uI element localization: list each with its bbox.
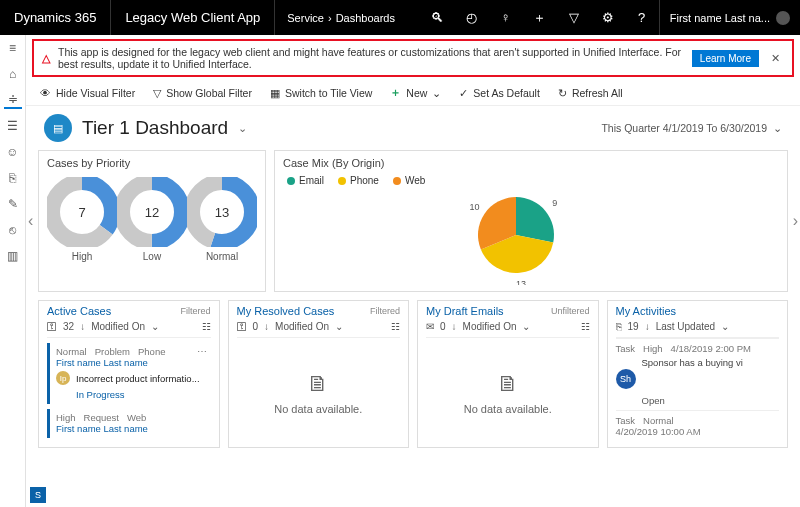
nodata-text: No data available. [464, 403, 552, 415]
legend-item[interactable]: Phone [338, 175, 379, 186]
close-icon[interactable]: ✕ [767, 52, 784, 64]
card-title[interactable]: My Draft Emails [426, 305, 504, 317]
warning-icon: △ [42, 52, 50, 64]
sort-field[interactable]: Modified On [91, 321, 145, 332]
set-default-button[interactable]: ✓Set As Default [459, 87, 540, 99]
crumb-service[interactable]: Service [287, 12, 324, 24]
svg-text:13: 13 [516, 279, 526, 285]
hide-visual-filter-button[interactable]: 👁︎Hide Visual Filter [40, 87, 135, 99]
resolved-cases-card: My Resolved CasesFiltered ⚿0↓Modified On… [228, 300, 410, 448]
chevron-down-icon[interactable]: ⌄ [238, 122, 247, 135]
donut-normal[interactable]: 13 Normal [187, 177, 257, 262]
owner-link[interactable]: First name Last name [56, 357, 207, 368]
page-title[interactable]: Tier 1 Dashboard [82, 117, 228, 139]
tile-icon: ▦ [270, 87, 280, 99]
owner-link[interactable]: First name Last name [56, 423, 207, 434]
filter-status: Unfiltered [551, 306, 590, 316]
funnel-icon: ▽ [153, 87, 161, 99]
arrow-down-icon[interactable]: ↓ [80, 321, 85, 332]
learn-more-button[interactable]: Learn More [692, 50, 759, 67]
eye-off-icon: 👁︎ [40, 87, 51, 99]
activity-item[interactable]: TaskNormal 4/20/2019 10:00 AM [616, 410, 780, 441]
key-icon[interactable]: ⚿ [237, 321, 247, 332]
panel-title: Cases by Priority [47, 157, 257, 169]
show-global-filter-button[interactable]: ▽Show Global Filter [153, 87, 252, 99]
scroll-left-icon[interactable]: ‹ [28, 212, 33, 230]
settings-icon[interactable]: ☷ [581, 321, 590, 332]
alert-text: This app is designed for the legacy web … [58, 46, 684, 70]
filter-status: Filtered [180, 306, 210, 316]
key-icon[interactable]: ⚿ [47, 321, 57, 332]
donut-low[interactable]: 12 Low [117, 177, 187, 262]
menu-icon[interactable]: ≡ [4, 39, 22, 57]
case-item[interactable]: HighRequestWeb First name Last name [47, 409, 211, 438]
refresh-button[interactable]: ↻Refresh All [558, 87, 623, 99]
home-icon[interactable]: ⌂ [4, 65, 22, 83]
breadcrumb[interactable]: Service › Dashboards [275, 0, 407, 35]
settings-icon[interactable]: ☷ [202, 321, 211, 332]
topbar: Dynamics 365 Legacy Web Client App Servi… [0, 0, 800, 35]
crumb-dashboards[interactable]: Dashboards [336, 12, 395, 24]
avatar-icon: Ip [56, 371, 70, 385]
date-range[interactable]: This Quarter 4/1/2019 To 6/30/2019⌄ [601, 122, 782, 134]
users-icon[interactable]: ☺ [4, 143, 22, 161]
activity-item[interactable]: TaskHigh4/18/2019 2:00 PM ShSponsor has … [616, 338, 780, 410]
case-item[interactable]: NormalProblemPhone⋯ First name Last name… [47, 343, 211, 404]
panel-title: Case Mix (By Origin) [283, 157, 779, 169]
activities-card: My Activities ⎘19↓Last Updated⌄ TaskHigh… [607, 300, 789, 448]
list-icon[interactable]: ☰ [4, 117, 22, 135]
draft-emails-card: My Draft EmailsUnfiltered ✉0↓Modified On… [417, 300, 599, 448]
attach-icon[interactable]: ⎋ [4, 221, 22, 239]
svg-text:9: 9 [552, 198, 557, 208]
legend-item[interactable]: Email [287, 175, 324, 186]
legend-item[interactable]: Web [393, 175, 425, 186]
file-icon: 🗎 [497, 371, 519, 397]
mail-icon[interactable]: ✉ [426, 321, 434, 332]
pie-chart[interactable]: 91310 [456, 190, 606, 285]
folder-icon[interactable]: ▥ [4, 247, 22, 265]
scroll-right-icon[interactable]: › [793, 212, 798, 230]
command-bar: 👁︎Hide Visual Filter ▽Show Global Filter… [26, 81, 800, 106]
queue-icon[interactable]: ⎘ [4, 169, 22, 187]
card-title[interactable]: Active Cases [47, 305, 111, 317]
refresh-icon: ↻ [558, 87, 567, 99]
count: 32 [63, 321, 74, 332]
plus-icon[interactable]: ＋ [523, 0, 557, 35]
chevron-right-icon: › [328, 12, 332, 24]
filter-icon[interactable]: ▽ [557, 0, 591, 35]
switch-tile-button[interactable]: ▦Switch to Tile View [270, 87, 372, 99]
check-icon: ✓ [459, 87, 468, 99]
avatar-icon: Sh [616, 369, 636, 389]
clock-icon[interactable]: ◴ [455, 0, 489, 35]
plus-icon: ＋ [390, 86, 401, 100]
status-link[interactable]: In Progress [76, 389, 207, 400]
gear-icon[interactable]: ⚙ [591, 0, 625, 35]
search-icon[interactable]: 🔍︎ [421, 0, 455, 35]
brand[interactable]: Dynamics 365 [0, 0, 111, 35]
nodata-text: No data available. [274, 403, 362, 415]
active-cases-card: Active CasesFiltered ⚿ 32 ↓ Modified On … [38, 300, 220, 448]
user-menu[interactable]: First name Last na... [659, 0, 800, 35]
new-button[interactable]: ＋New⌄ [390, 86, 441, 100]
cards-row: Active CasesFiltered ⚿ 32 ↓ Modified On … [38, 300, 788, 448]
bulb-icon[interactable]: ♀ [489, 0, 523, 35]
chevron-down-icon[interactable]: ⌄ [151, 321, 159, 332]
card-title[interactable]: My Activities [616, 305, 677, 317]
dashboard-header: ▤ Tier 1 Dashboard ⌄ This Quarter 4/1/20… [26, 106, 800, 150]
svg-text:10: 10 [469, 202, 479, 212]
legacy-alert: △ This app is designed for the legacy we… [32, 39, 794, 77]
status-badge[interactable]: S [30, 487, 46, 503]
card-title[interactable]: My Resolved Cases [237, 305, 335, 317]
app-name[interactable]: Legacy Web Client App [111, 0, 275, 35]
case-mix-panel: Case Mix (By Origin) EmailPhoneWeb 91310 [274, 150, 788, 292]
cases-by-priority-panel: Cases by Priority 7 High 12 Low 13 Norma… [38, 150, 266, 292]
settings-icon[interactable]: ☷ [391, 321, 400, 332]
copy-icon[interactable]: ⎘ [616, 321, 622, 332]
filter-status: Filtered [370, 306, 400, 316]
pin-icon[interactable]: ✎ [4, 195, 22, 213]
side-rail: ≡ ⌂ ≑ ☰ ☺ ⎘ ✎ ⎋ ▥ [0, 35, 26, 507]
charts-row: ‹ › Cases by Priority 7 High 12 Low 13 [38, 150, 788, 292]
help-icon[interactable]: ? [625, 0, 659, 35]
chart-icon[interactable]: ≑ [4, 91, 22, 109]
donut-high[interactable]: 7 High [47, 177, 117, 262]
